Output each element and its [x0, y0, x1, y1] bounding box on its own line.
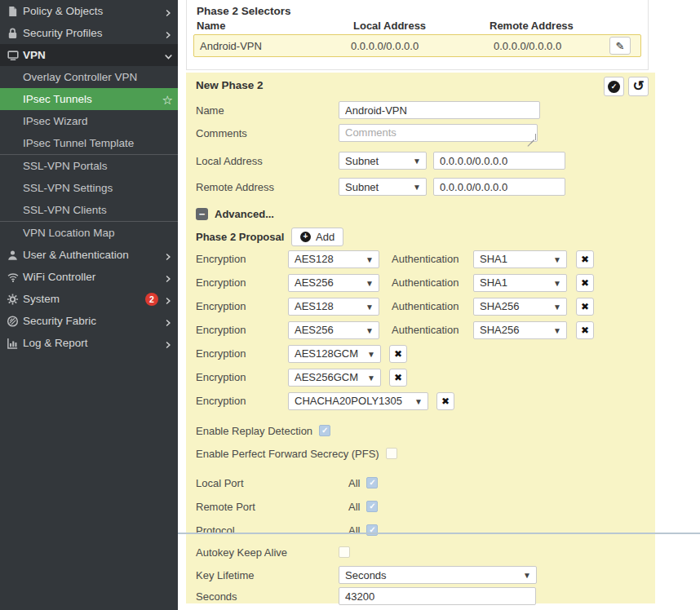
sidebar-item-label: SSL-VPN Clients	[23, 204, 107, 216]
sidebar-item-ipsec-tunnel-template[interactable]: IPsec Tunnel Template	[0, 132, 178, 154]
chevron-right-icon	[164, 251, 172, 259]
encryption-select[interactable]: AES256▼	[288, 321, 379, 339]
chevron-down-icon: ▼	[367, 373, 375, 382]
close-icon: ✖	[441, 396, 450, 406]
encryption-select[interactable]: AES256GCM▼	[288, 369, 381, 387]
proposal-rows: EncryptionAES128▼AuthenticationSHA1▼✖Enc…	[196, 250, 655, 409]
gear-icon	[6, 292, 20, 306]
autokey-keep-alive-checkbox[interactable]	[339, 546, 350, 558]
local-port-all-checkbox[interactable]: ✓	[366, 477, 378, 488]
column-header-local-address: Local Address	[353, 20, 490, 32]
add-proposal-button[interactable]: + Add	[291, 228, 343, 246]
sidebar-item-user-authentication[interactable]: User & Authentication	[0, 244, 178, 266]
sidebar-item-wifi-controller[interactable]: WiFi Controller	[0, 266, 178, 288]
remove-proposal-button[interactable]: ✖	[389, 345, 407, 363]
sidebar-item-ssl-vpn-portals[interactable]: SSL-VPN Portals	[0, 155, 178, 177]
sidebar-item-label: Security Profiles	[23, 27, 103, 39]
name-input[interactable]	[339, 101, 540, 119]
lock-icon	[6, 26, 20, 40]
sidebar-item-vpn-location-map[interactable]: VPN Location Map	[0, 222, 178, 244]
seconds-input[interactable]	[339, 587, 536, 605]
pencil-icon: ✎	[616, 41, 625, 51]
encryption-label: Encryption	[196, 371, 288, 383]
authentication-select[interactable]: SHA256▼	[473, 298, 567, 316]
sidebar-item-ipsec-wizard[interactable]: IPsec Wizard	[0, 110, 178, 132]
pfs-checkbox[interactable]	[386, 448, 397, 459]
local-address-label: Local Address	[196, 155, 339, 167]
remove-proposal-button[interactable]: ✖	[576, 274, 594, 292]
encryption-select[interactable]: CHACHA20POLY1305▼	[288, 392, 428, 410]
chevron-right-icon	[164, 273, 172, 281]
sidebar-item-policy-objects[interactable]: Policy & Objects	[0, 0, 178, 22]
selector-remote-address: 0.0.0.0/0.0.0.0	[487, 40, 609, 52]
encryption-label: Encryption	[196, 276, 288, 289]
main-content: Phase 2 Selectors Name Local Address Rem…	[178, 0, 700, 610]
sidebar-item-log-report[interactable]: Log & Report	[0, 332, 178, 354]
authentication-select[interactable]: SHA1▼	[473, 250, 567, 268]
authentication-select[interactable]: SHA256▼	[473, 321, 567, 339]
wifi-icon	[6, 270, 20, 284]
close-icon: ✖	[394, 373, 402, 382]
chevron-right-icon	[164, 339, 172, 347]
sidebar-item-label: Log & Report	[23, 337, 88, 349]
favorite-star-icon[interactable]: ☆	[162, 93, 173, 105]
sidebar-item-label: System	[23, 293, 60, 305]
remove-proposal-button[interactable]: ✖	[576, 321, 594, 339]
local-address-input[interactable]	[433, 152, 565, 170]
sidebar-item-overlay-controller-vpn[interactable]: Overlay Controller VPN	[0, 66, 178, 88]
encryption-label: Encryption	[196, 300, 288, 312]
undo-icon: ↺	[632, 79, 644, 93]
chevron-down-icon: ▼	[553, 254, 561, 263]
collapse-advanced-icon[interactable]: −	[196, 208, 208, 220]
fabric-icon	[6, 314, 20, 328]
comments-input[interactable]	[339, 124, 538, 142]
sidebar-item-security-profiles[interactable]: Security Profiles	[0, 22, 178, 44]
sidebar-item-vpn[interactable]: VPN	[0, 44, 178, 66]
proposal-row-5: EncryptionAES128GCM▼✖	[196, 345, 655, 362]
remove-proposal-button[interactable]: ✖	[436, 392, 454, 410]
undo-button[interactable]: ↺	[628, 77, 649, 96]
replay-detection-checkbox[interactable]: ✓	[319, 425, 330, 436]
local-port-row: Local PortAll✓	[196, 476, 655, 489]
chevron-right-icon	[164, 317, 172, 325]
selectors-table-header: Name Local Address Remote Address	[187, 20, 648, 32]
selector-row-android-vpn[interactable]: Android-VPN 0.0.0.0/0.0.0.0 0.0.0.0/0.0.…	[193, 34, 641, 57]
sidebar-item-system[interactable]: System2	[0, 288, 178, 310]
sidebar-item-ssl-vpn-clients[interactable]: SSL-VPN Clients	[0, 199, 178, 221]
encryption-select[interactable]: AES128▼	[288, 298, 379, 316]
chevron-down-icon: ▼	[366, 278, 374, 287]
edit-selector-button[interactable]: ✎	[609, 37, 631, 55]
authentication-label: Authentication	[392, 253, 473, 265]
accept-button[interactable]: ✓	[604, 77, 624, 96]
protocol-label: Protocol	[196, 524, 339, 537]
key-lifetime-select[interactable]: Seconds ▼	[339, 566, 537, 584]
authentication-select[interactable]: SHA1▼	[473, 274, 567, 292]
remove-proposal-button[interactable]: ✖	[576, 298, 594, 316]
encryption-select[interactable]: AES128GCM▼	[288, 345, 381, 363]
sidebar-item-ipsec-tunnels[interactable]: IPsec Tunnels☆	[0, 88, 178, 110]
remove-proposal-button[interactable]: ✖	[389, 369, 407, 387]
new-phase2-panel: New Phase 2 ✓ ↺ Name Comments	[186, 73, 655, 603]
encryption-select[interactable]: AES256▼	[288, 274, 379, 292]
encryption-select[interactable]: AES128▼	[288, 250, 379, 268]
chevron-down-icon: ▼	[413, 157, 421, 166]
remove-proposal-button[interactable]: ✖	[576, 250, 594, 268]
sidebar-item-ssl-vpn-settings[interactable]: SSL-VPN Settings	[0, 177, 178, 199]
authentication-label: Authentication	[392, 276, 473, 289]
advanced-label[interactable]: Advanced...	[215, 208, 274, 220]
chevron-down-icon	[164, 51, 172, 60]
sidebar-item-label: VPN Location Map	[23, 227, 115, 239]
seconds-label: Seconds	[196, 590, 339, 603]
notification-badge: 2	[145, 293, 158, 306]
user-icon	[6, 248, 20, 262]
sidebar-item-security-fabric[interactable]: Security Fabric	[0, 310, 178, 332]
remote-port-all-checkbox[interactable]: ✓	[366, 501, 378, 512]
remote-address-input[interactable]	[433, 178, 565, 196]
local-port-label: Local Port	[196, 477, 339, 489]
close-icon: ✖	[581, 254, 589, 264]
remote-port-all-label: All	[348, 501, 360, 513]
column-header-remote-address: Remote Address	[490, 20, 615, 32]
local-address-type-select[interactable]: Subnet ▼	[339, 152, 427, 170]
comments-label: Comments	[196, 127, 339, 139]
remote-address-type-select[interactable]: Subnet ▼	[339, 178, 427, 196]
